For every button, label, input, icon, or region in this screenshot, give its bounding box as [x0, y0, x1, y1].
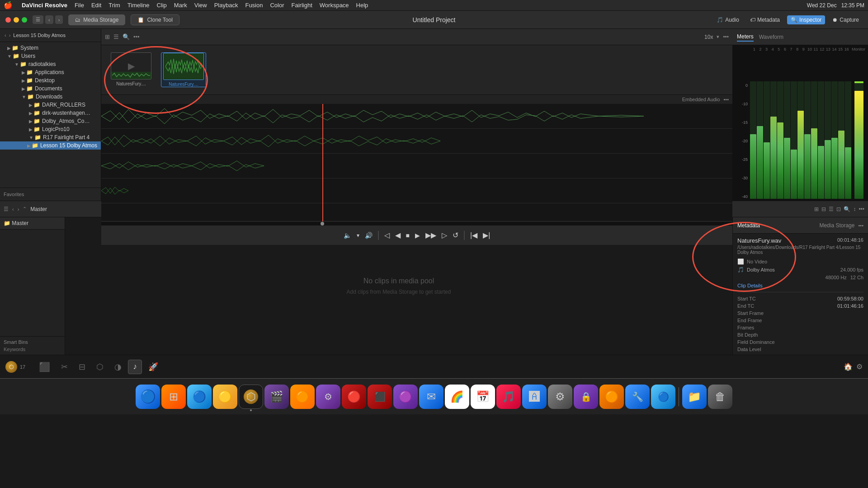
next-marker-btn[interactable]: ▷	[442, 231, 447, 239]
prev-marker-btn[interactable]: ◁	[384, 231, 390, 239]
tab-cut-btn[interactable]: ✂	[57, 360, 72, 374]
tree-item-system[interactable]: ▶ 📁 System	[0, 44, 101, 52]
dock-pasta[interactable]: 🟡	[213, 385, 237, 409]
tab-media-btn[interactable]: ⬛	[34, 360, 55, 374]
tab-fairlight-btn[interactable]: ♪	[128, 360, 142, 374]
tab-color-btn[interactable]: ◑	[110, 360, 126, 374]
dock-affinity[interactable]: 🟣	[393, 385, 418, 409]
metadata-tab-btn[interactable]: Metadata	[737, 222, 760, 229]
menu-color[interactable]: Color	[270, 2, 284, 9]
dock-sysprefs[interactable]: ⚙	[548, 385, 572, 409]
audio-options-btn[interactable]: ▾	[357, 232, 359, 239]
mp-view-3[interactable]: ☰	[829, 206, 834, 212]
meters-tab[interactable]: Meters	[737, 33, 754, 42]
dock-photos[interactable]: 🌈	[445, 385, 469, 409]
stop-btn[interactable]: ■	[406, 232, 410, 239]
clip-details-link[interactable]: Clip Details	[737, 283, 863, 288]
mp-view-1[interactable]: ⊞	[814, 206, 819, 212]
metadata-more-btn[interactable]: •••	[858, 223, 863, 228]
tree-item-dolby[interactable]: ▶ 📁 Dolby_Atmos_Conversion_Tool_v2.0...	[0, 117, 101, 125]
clip-item-audio[interactable]: NaturesFury....	[161, 52, 206, 87]
dock-toolbox[interactable]: 🔧	[625, 385, 650, 409]
mp-sidebar-toggle[interactable]: ☰	[4, 206, 9, 212]
tab-deliver-btn[interactable]: 🚀	[144, 360, 163, 374]
dock-fcp[interactable]: 🎬	[264, 385, 289, 409]
tab-fusion-btn[interactable]: ⬡	[92, 360, 108, 374]
mp-view-4[interactable]: ⊡	[836, 206, 841, 212]
tab-edit-btn[interactable]: ⊟	[74, 360, 90, 374]
maximize-button[interactable]	[22, 17, 27, 23]
audio-level-btn[interactable]: 🔈	[344, 232, 351, 239]
dock-trash[interactable]: 🗑	[708, 385, 732, 409]
menu-file[interactable]: File	[75, 2, 84, 9]
menu-trim[interactable]: Trim	[108, 2, 120, 9]
dock-safari[interactable]: 🔵	[187, 385, 212, 409]
loop-btn[interactable]: ↺	[453, 231, 458, 239]
dock-hidock[interactable]: ⬛	[368, 385, 392, 409]
dock-vlc[interactable]: 🟠	[599, 385, 624, 409]
view-toggle-btn[interactable]: ⊞	[105, 33, 110, 40]
dock-calendar[interactable]: 📅	[471, 385, 495, 409]
tree-item-desktop[interactable]: ▶ 📁 Desktop	[0, 76, 101, 84]
dock-appstore[interactable]: 🅰	[522, 385, 547, 409]
tree-item-lesson15[interactable]: ▶ 📁 Lesson 15 Dolby Atmos	[0, 141, 101, 150]
dock-mikrotik[interactable]: 🔴	[342, 385, 366, 409]
menu-clip[interactable]: Clip	[156, 2, 166, 9]
menu-mark[interactable]: Mark	[174, 2, 187, 9]
tree-item-r17[interactable]: ▼ 📁 R17 Fairlight Part 4	[0, 133, 101, 141]
menu-fusion[interactable]: Fusion	[245, 2, 263, 9]
menu-help[interactable]: Help	[356, 2, 368, 9]
menu-playback[interactable]: Playback	[214, 2, 238, 9]
tree-item-dirk[interactable]: ▶ 📁 dirk-wustenhagen-fine-art-texture-c.…	[0, 109, 101, 117]
dock-davinci[interactable]: ⬡	[239, 385, 263, 409]
clip-item-video[interactable]: ▶ NaturesFury....	[108, 52, 154, 87]
inspector-tab-btn[interactable]: 🔍 Inspector	[787, 15, 825, 24]
tree-item-logicpro[interactable]: ▶ 📁 LogicPro10	[0, 125, 101, 133]
tab-media-storage[interactable]: 🗂 Media Storage	[68, 14, 125, 25]
panel-nav-forward[interactable]: ›	[9, 33, 11, 38]
dock-mail[interactable]: ✉	[419, 385, 443, 409]
mp-search[interactable]: 🔍	[844, 206, 850, 212]
mp-sort[interactable]: ↕	[853, 206, 856, 212]
close-button[interactable]	[5, 17, 11, 23]
tree-item-documents[interactable]: ▶ 📁 Documents	[0, 84, 101, 93]
dock-xcode[interactable]: 🔵	[651, 385, 675, 409]
jog-left-btn[interactable]: ◀	[395, 231, 401, 239]
menu-fairlight[interactable]: Fairlight	[292, 2, 312, 9]
menu-view[interactable]: View	[194, 2, 207, 9]
more-btn[interactable]: •••	[133, 33, 140, 40]
tree-item-users[interactable]: ▼ 📁 Users	[0, 52, 101, 60]
menu-timeline[interactable]: Timeline	[127, 2, 150, 9]
waveform-tab[interactable]: Waveform	[759, 33, 783, 41]
play-btn[interactable]: ▶	[415, 232, 420, 239]
volume-btn[interactable]: 🔊	[365, 232, 373, 239]
search-btn[interactable]: 🔍	[123, 33, 130, 40]
dock-music[interactable]: 🎵	[496, 385, 521, 409]
mp-nav-up[interactable]: ⌃	[23, 206, 27, 212]
dock-launchpad[interactable]: ⊞	[161, 385, 186, 409]
minimize-button[interactable]	[14, 17, 19, 23]
nav-back[interactable]: ‹	[45, 15, 53, 24]
apple-menu[interactable]: 🍎	[4, 1, 13, 9]
dock-proxyman[interactable]: 🔒	[574, 385, 598, 409]
embedded-audio-more[interactable]: •••	[723, 97, 729, 102]
skip-to-end-btn[interactable]: ▶|	[483, 231, 490, 239]
settings-btn[interactable]: ⚙	[856, 362, 863, 371]
panel-nav-back[interactable]: ‹	[5, 33, 6, 38]
media-storage-tab-btn[interactable]: Media Storage	[819, 222, 854, 229]
capture-tab-btn[interactable]: ⏺ Capture	[829, 15, 863, 24]
jog-right-btn[interactable]: ▶▶	[425, 231, 436, 239]
tree-item-radiotalkies[interactable]: ▼ 📁 radiotalkies	[0, 60, 101, 68]
tree-item-downloads[interactable]: ▼ 📁 Downloads	[0, 93, 101, 101]
menu-edit[interactable]: Edit	[91, 2, 101, 9]
mp-nav-back[interactable]: ‹	[12, 206, 14, 212]
menu-workspace[interactable]: Workspace	[320, 2, 349, 9]
audio-tab-btn[interactable]: 🎵 Audio	[713, 15, 743, 24]
app-name[interactable]: DaVinci Resolve	[22, 2, 67, 9]
metadata-tab-btn[interactable]: 🏷 Metadata	[746, 15, 783, 24]
mp-nav-forward[interactable]: ›	[18, 206, 19, 212]
tree-item-dark-rollers[interactable]: ▶ 📁 DARK_ROLLERS	[0, 101, 101, 109]
sidebar-toggle[interactable]: ☰	[33, 15, 43, 24]
dock-fxfactory[interactable]: 🟠	[290, 385, 315, 409]
list-view-btn[interactable]: ☰	[113, 33, 119, 40]
